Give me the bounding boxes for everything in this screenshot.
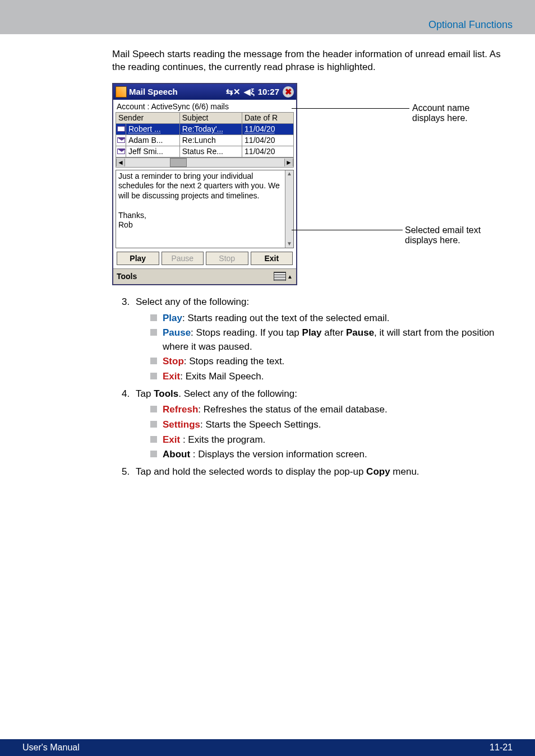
stop-button[interactable]: Stop bbox=[206, 252, 248, 265]
closed-mail-icon bbox=[117, 149, 125, 154]
cell-sender: Adam B... bbox=[126, 134, 180, 146]
instruction-list: Select any of the following: Play: Start… bbox=[112, 295, 513, 479]
cell-date: 11/04/20 bbox=[242, 146, 294, 157]
list-item: Settings: Starts the Speech Settings. bbox=[150, 418, 513, 432]
keyboard-icon[interactable] bbox=[274, 272, 286, 281]
step-3: Select any of the following: Play: Start… bbox=[132, 295, 513, 384]
message-text: Just a reminder to bring your individual… bbox=[118, 171, 291, 230]
table-row[interactable]: Jeff Smi... Status Re... 11/04/20 bbox=[116, 146, 294, 157]
app-window: Mail Speech ⇆✕ ◀ξ 10:27 ✖ Account : Acti… bbox=[112, 83, 297, 285]
mail-table: Sender Subject Date of R Robert ... Re:T… bbox=[116, 112, 294, 157]
play-button[interactable]: Play bbox=[117, 252, 159, 265]
app-icon bbox=[116, 86, 127, 98]
callout-body: Selected email text displays here. bbox=[405, 225, 499, 245]
scroll-left-icon[interactable]: ◄ bbox=[116, 159, 125, 166]
cell-subject: Re:Lunch bbox=[179, 134, 242, 146]
table-header-row: Sender Subject Date of R bbox=[116, 112, 294, 123]
list-item: About : Displays the version information… bbox=[150, 448, 513, 462]
tools-menu[interactable]: Tools bbox=[117, 272, 137, 281]
list-item: Play: Starts reading out the text of the… bbox=[150, 312, 513, 326]
table-row[interactable]: Robert ... Re:Today'... 11/04/20 bbox=[116, 123, 294, 134]
step-3-lead: Select any of the following: bbox=[136, 296, 249, 307]
top-gray-bar bbox=[0, 0, 535, 16]
exit-button[interactable]: Exit bbox=[251, 252, 293, 265]
callout-account: Account name displays here. bbox=[412, 103, 499, 123]
menu-bar: Tools ▲ bbox=[113, 268, 296, 284]
cell-sender: Robert ... bbox=[126, 123, 180, 134]
closed-mail-icon bbox=[117, 137, 125, 143]
connectivity-icon: ⇆✕ bbox=[226, 87, 241, 97]
step-5: Tap and hold the selected words to displ… bbox=[132, 465, 513, 479]
cell-subject: Status Re... bbox=[179, 146, 242, 157]
list-item: Exit : Exits the program. bbox=[150, 433, 513, 447]
chevron-up-icon[interactable]: ▲ bbox=[287, 273, 293, 280]
col-subject[interactable]: Subject bbox=[179, 112, 242, 123]
title-bar: Mail Speech ⇆✕ ◀ξ 10:27 ✖ bbox=[113, 84, 296, 100]
open-mail-icon bbox=[117, 126, 125, 132]
col-date[interactable]: Date of R bbox=[242, 112, 294, 123]
scroll-right-icon[interactable]: ► bbox=[284, 159, 293, 166]
list-item: Exit: Exits Mail Speech. bbox=[150, 370, 513, 384]
app-title: Mail Speech bbox=[129, 87, 178, 96]
cell-sender: Jeff Smi... bbox=[126, 146, 180, 157]
clock: 10:27 bbox=[258, 87, 279, 96]
intro-paragraph: Mail Speech starts reading the message f… bbox=[112, 48, 513, 74]
list-item: Pause: Stops reading. If you tap Play af… bbox=[150, 326, 513, 354]
speaker-icon: ◀ξ bbox=[244, 87, 255, 97]
scroll-thumb[interactable] bbox=[170, 158, 187, 167]
section-title: Optional Functions bbox=[428, 19, 513, 30]
scroll-up-icon[interactable]: ▲ bbox=[287, 170, 292, 178]
cell-subject: Re:Today'... bbox=[179, 123, 242, 134]
scroll-down-icon[interactable]: ▼ bbox=[287, 240, 292, 248]
pause-button[interactable]: Pause bbox=[162, 252, 204, 265]
message-body[interactable]: Just a reminder to bring your individual… bbox=[116, 170, 294, 248]
vertical-scrollbar[interactable]: ▲ ▼ bbox=[285, 170, 293, 248]
account-line: Account : ActiveSync (6/6) mails bbox=[113, 100, 296, 112]
section-header: Optional Functions bbox=[0, 16, 535, 34]
horizontal-scrollbar[interactable]: ◄ ► bbox=[116, 157, 294, 168]
list-item: Refresh: Refreshes the status of the ema… bbox=[150, 403, 513, 417]
cell-date: 11/04/20 bbox=[242, 123, 294, 134]
step-4: Tap Tools. Select any of the following: … bbox=[132, 387, 513, 462]
list-item: Stop: Stops reading the text. bbox=[150, 355, 513, 369]
cell-date: 11/04/20 bbox=[242, 134, 294, 146]
status-icons: ⇆✕ ◀ξ 10:27 ✖ bbox=[226, 86, 294, 98]
button-row: Play Pause Stop Exit bbox=[113, 252, 296, 268]
col-sender[interactable]: Sender bbox=[116, 112, 180, 123]
table-row[interactable]: Adam B... Re:Lunch 11/04/20 bbox=[116, 134, 294, 146]
close-icon[interactable]: ✖ bbox=[283, 86, 294, 98]
